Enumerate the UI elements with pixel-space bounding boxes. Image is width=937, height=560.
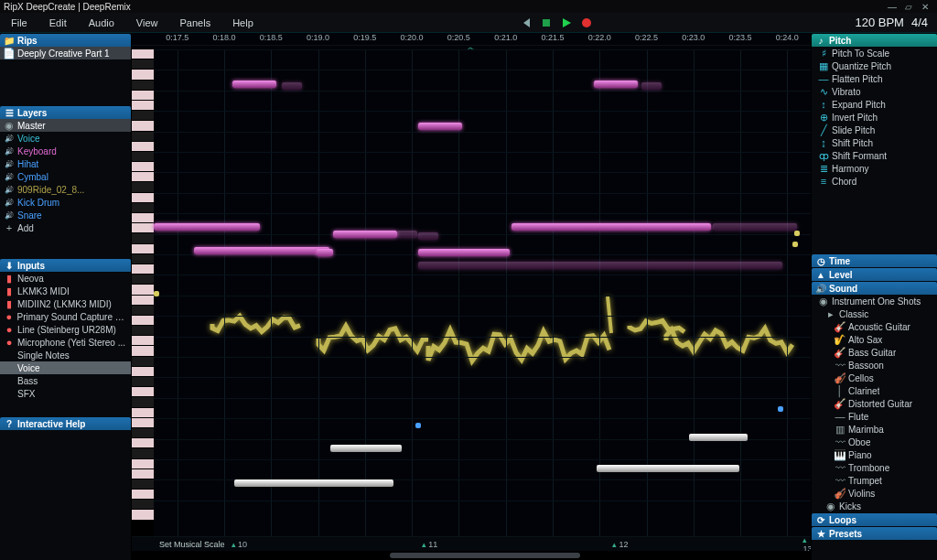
piano-key[interactable] xyxy=(132,387,154,397)
input-item[interactable]: Single Notes xyxy=(0,349,131,361)
add-layer-button[interactable]: + Add xyxy=(0,221,131,234)
piano-key[interactable] xyxy=(132,254,154,264)
play-icon[interactable] xyxy=(561,17,572,28)
piano-key[interactable] xyxy=(132,326,154,336)
layer-item[interactable]: 🔊909Ride_02_8... xyxy=(0,183,131,196)
speaker-icon[interactable]: 🔊 xyxy=(5,185,14,194)
speaker-icon[interactable]: 🔊 xyxy=(5,134,14,143)
pitch-tool[interactable]: ▦Quantize Pitch xyxy=(812,59,937,72)
speaker-icon[interactable]: 🔊 xyxy=(5,172,14,181)
sound-item[interactable]: 〰Trombone xyxy=(812,461,937,474)
menu-help[interactable]: Help xyxy=(221,17,264,28)
drum-note[interactable] xyxy=(330,445,402,452)
pitch-tool[interactable]: ⊕Invert Pitch xyxy=(812,111,937,124)
piano-key[interactable] xyxy=(132,490,154,500)
speaker-icon[interactable]: 🔊 xyxy=(5,198,14,207)
piano-key[interactable] xyxy=(132,306,154,316)
pitch-tool[interactable]: ♯Pitch To Scale xyxy=(812,47,937,59)
piano-key[interactable] xyxy=(132,111,154,121)
pitch-tool[interactable]: ∿Vibrato xyxy=(812,85,937,98)
piano-key[interactable] xyxy=(132,316,154,326)
window-minimize-button[interactable]: — xyxy=(884,2,900,12)
keyboard-note[interactable] xyxy=(397,231,417,238)
keyboard-note[interactable] xyxy=(418,249,510,256)
ride-note[interactable] xyxy=(154,291,159,296)
layer-item[interactable]: 🔊Snare xyxy=(0,209,131,221)
time-signature-display[interactable]: 4/4 xyxy=(911,16,937,29)
piano-key[interactable] xyxy=(132,479,154,490)
piano-key[interactable] xyxy=(132,121,154,131)
hihat-note[interactable] xyxy=(778,406,783,412)
piano-key[interactable] xyxy=(132,428,154,438)
piano-key[interactable] xyxy=(132,469,154,479)
menu-view[interactable]: View xyxy=(125,17,169,28)
speaker-icon[interactable]: 🔊 xyxy=(5,146,14,156)
window-close-button[interactable]: ✕ xyxy=(917,2,933,12)
pitch-tool[interactable]: ╱Slide Pitch xyxy=(812,124,937,136)
note-canvas[interactable] xyxy=(154,49,811,536)
piano-key[interactable] xyxy=(132,418,154,428)
keyboard-note[interactable] xyxy=(333,231,397,238)
piano-key[interactable] xyxy=(132,448,154,458)
piano-key[interactable] xyxy=(132,459,154,469)
piano-key[interactable] xyxy=(132,70,154,80)
sound-item[interactable]: 🎻Cellos xyxy=(812,372,937,384)
layer-item[interactable]: 🔊Keyboard xyxy=(0,145,131,157)
bar-ruler[interactable]: Set Musical Scale ▴ 10▴ 11▴ 12▴ 13 xyxy=(132,536,811,551)
keyboard-note[interactable] xyxy=(232,81,276,88)
window-maximize-button[interactable]: ▱ xyxy=(900,2,917,12)
set-musical-scale-button[interactable]: Set Musical Scale xyxy=(132,540,234,549)
sound-item[interactable]: │Clarinet xyxy=(812,384,937,397)
level-header[interactable]: ▲ Level xyxy=(812,268,937,281)
piano-key[interactable] xyxy=(132,336,154,346)
piano-key[interactable] xyxy=(132,264,154,275)
piano-key[interactable] xyxy=(132,152,154,162)
keyboard-note[interactable] xyxy=(512,223,711,231)
piano-key[interactable] xyxy=(132,101,154,111)
piano-roll-keys[interactable] xyxy=(132,49,154,536)
pitch-tool[interactable]: ȹShift Formant xyxy=(812,149,937,162)
piano-key[interactable] xyxy=(132,142,154,152)
layer-item[interactable]: 🔊Kick Drum xyxy=(0,196,131,209)
piano-key[interactable] xyxy=(132,132,154,142)
menu-panels[interactable]: Panels xyxy=(169,17,222,28)
speaker-icon[interactable]: 🔊 xyxy=(5,159,14,168)
keyboard-note[interactable] xyxy=(641,82,662,90)
input-item[interactable]: Voice xyxy=(0,361,131,374)
sound-item[interactable]: 🎸Distorted Guitar xyxy=(812,397,937,410)
sound-item[interactable]: 〰Trumpet xyxy=(812,474,937,487)
piano-key[interactable] xyxy=(132,275,154,285)
piano-key[interactable] xyxy=(132,182,154,192)
sound-header[interactable]: 🔊 Sound xyxy=(812,282,937,295)
bpm-display[interactable]: 120 BPM xyxy=(847,16,910,29)
keyboard-note[interactable] xyxy=(418,262,782,269)
ride-note[interactable] xyxy=(792,242,798,247)
inputs-header[interactable]: ⬇ Inputs xyxy=(0,259,131,272)
stop-icon[interactable] xyxy=(541,17,552,28)
keyboard-note[interactable] xyxy=(317,249,333,256)
piano-key[interactable] xyxy=(132,510,154,520)
layer-master[interactable]: ◉ Master xyxy=(0,119,131,132)
pitch-tool[interactable]: —Flatten Pitch xyxy=(812,72,937,85)
piano-key[interactable] xyxy=(132,49,154,59)
note-editor[interactable] xyxy=(132,49,811,536)
input-item[interactable]: ▮LKMK3 MIDI xyxy=(0,285,131,297)
piano-key[interactable] xyxy=(132,397,154,407)
input-item[interactable]: ●Primary Sound Capture Dr... xyxy=(0,310,131,323)
piano-key[interactable] xyxy=(132,162,154,172)
piano-key[interactable] xyxy=(132,285,154,295)
sound-item[interactable]: ◉Instrument One Shots xyxy=(812,295,937,307)
piano-key[interactable] xyxy=(132,223,154,233)
menu-edit[interactable]: Edit xyxy=(38,17,78,28)
piano-key[interactable] xyxy=(132,377,154,387)
piano-key[interactable] xyxy=(132,408,154,418)
drum-note[interactable] xyxy=(689,434,748,441)
keyboard-note[interactable] xyxy=(282,82,302,90)
input-item[interactable]: ▮Neova xyxy=(0,272,131,285)
piano-key[interactable] xyxy=(132,59,154,70)
sound-item[interactable]: 🎸Acoustic Guitar xyxy=(812,320,937,333)
record-icon[interactable] xyxy=(581,17,592,28)
piano-key[interactable] xyxy=(132,233,154,243)
hihat-note[interactable] xyxy=(415,423,421,428)
rip-item[interactable]: 📄 Deeply Creative Part 1 xyxy=(0,47,131,59)
